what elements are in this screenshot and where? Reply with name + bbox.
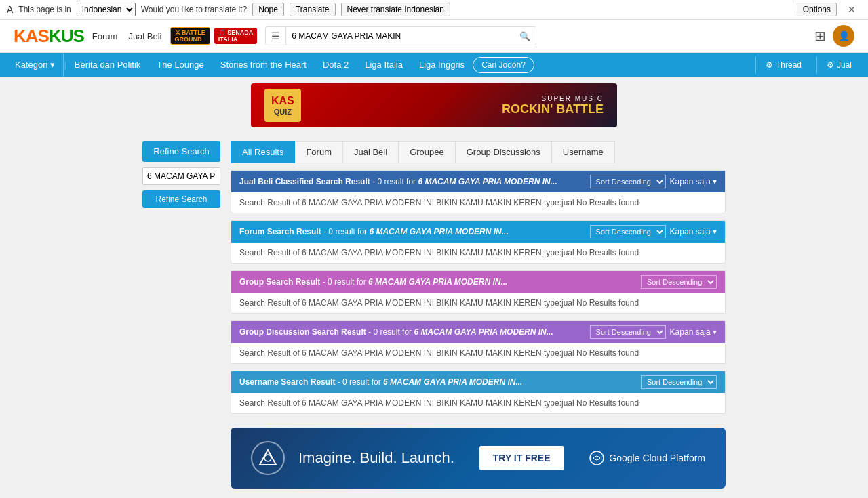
group-sort-controls: Sort Descending — [641, 275, 717, 289]
navbar-right: ⚙ Thread ⚙ Jual — [755, 56, 861, 74]
close-translate-button[interactable]: ✕ — [842, 3, 861, 16]
jual-beli-result: Jual Beli Classified Search Result - 0 r… — [231, 170, 726, 213]
tab-groupee[interactable]: Groupee — [399, 141, 456, 163]
username-result: Username Search Result - 0 result for 6 … — [231, 371, 726, 414]
kategori-label: Kategori — [15, 60, 47, 70]
jual-label: Jual — [837, 60, 852, 70]
group-discussion-sort-controls: Sort Descending Kapan saja ▾ — [590, 325, 717, 339]
banner-area: KAS QUIZ SUPER MUSIC ROCKIN' BATTLE — [0, 77, 868, 134]
username-result-body: Search Result of 6 MACAM GAYA PRIA MODER… — [231, 393, 725, 413]
refine-submit-button[interactable]: Refine Search — [142, 190, 220, 208]
main-container: Refine Search Refine Search All Results … — [132, 134, 736, 498]
username-header-text: Username Search Result - 0 result for 6 … — [239, 377, 522, 387]
header-right: ⊞ 👤 — [814, 25, 854, 47]
svg-point-2 — [590, 451, 604, 465]
content-layout: Refine Search Refine Search All Results … — [142, 141, 726, 498]
translate-question: Would you like to translate it? — [141, 5, 248, 14]
translate-bar: A This page is in Indonesian Would you l… — [0, 0, 868, 20]
tab-all-results[interactable]: All Results — [231, 141, 295, 163]
kategori-menu[interactable]: Kategori ▾ — [7, 53, 64, 77]
group-discussion-result: Group Discussion Search Result - 0 resul… — [231, 320, 726, 364]
group-sort-dropdown[interactable]: Sort Descending — [641, 275, 717, 289]
language-select[interactable]: Indonesian — [77, 3, 136, 16]
jual-beli-sort-controls: Sort Descending Kapan saja ▾ — [590, 175, 717, 188]
stories-link[interactable]: Stories from the Heart — [212, 53, 315, 77]
jual-beli-link[interactable]: Jual Beli — [128, 31, 161, 41]
google-cloud-logo: Google Cloud Platform — [589, 450, 705, 466]
search-input[interactable] — [286, 28, 514, 44]
svg-marker-0 — [260, 450, 276, 465]
jual-beli-header-text: Jual Beli Classified Search Result - 0 r… — [239, 177, 557, 186]
results-area: All Results Forum Jual Beli Groupee Grou… — [231, 141, 726, 498]
group-discussion-kapan-dropdown[interactable]: Kapan saja ▾ — [670, 327, 717, 337]
google-cloud-text: Google Cloud Platform — [609, 453, 705, 463]
forum-result: Forum Search Result - 0 result for 6 MAC… — [231, 220, 726, 264]
never-translate-button[interactable]: Never translate Indonesian — [341, 3, 450, 16]
battle-badge[interactable]: ⚔ BATTLEGROUND — [170, 27, 210, 45]
results-tabs: All Results Forum Jual Beli Groupee Grou… — [231, 141, 726, 163]
kaskus-logo[interactable]: KASKUS — [14, 26, 84, 47]
jual-beli-kapan-dropdown[interactable]: Kapan saja ▾ — [670, 177, 717, 186]
forum-link[interactable]: Forum — [92, 31, 118, 41]
search-icon[interactable]: 🔍 — [514, 28, 536, 45]
gear-icon: ⚙ — [766, 60, 773, 70]
username-sort-controls: Sort Descending — [641, 375, 717, 389]
options-button[interactable]: Options — [797, 3, 837, 16]
group-discussion-header-text: Group Discussion Search Result - 0 resul… — [239, 327, 553, 337]
try-free-button[interactable]: TRY IT FREE — [479, 446, 564, 470]
group-discussion-sort-dropdown[interactable]: Sort Descending — [590, 325, 666, 339]
super-music-text: SUPER MUSIC — [542, 95, 604, 102]
tab-username[interactable]: Username — [552, 141, 615, 163]
kas-quiz-badge: KAS QUIZ — [264, 89, 301, 121]
jual-beli-result-header: Jual Beli Classified Search Result - 0 r… — [231, 171, 725, 192]
sidebar-search-input[interactable] — [142, 167, 220, 185]
username-sort-dropdown[interactable]: Sort Descending — [641, 375, 717, 389]
refine-search-header-button[interactable]: Refine Search — [142, 141, 220, 162]
banner-right: SUPER MUSIC ROCKIN' BATTLE — [502, 95, 604, 117]
grid-view-icon[interactable]: ⊞ — [814, 28, 826, 44]
thread-label: Thread — [776, 60, 802, 70]
dota2-link[interactable]: Dota 2 — [315, 53, 357, 77]
svg-point-1 — [264, 455, 271, 461]
tab-forum[interactable]: Forum — [295, 141, 343, 163]
username-result-header: Username Search Result - 0 result for 6 … — [231, 371, 725, 393]
senada-badge[interactable]: 🎵 SENADAITALIA — [214, 28, 258, 44]
chevron-down-icon: ▾ — [50, 60, 55, 70]
jual-button[interactable]: ⚙ Jual — [816, 56, 861, 74]
group-result-body: Search Result of 6 MACAM GAYA PRIA MODER… — [231, 293, 725, 313]
nope-button[interactable]: Nope — [252, 3, 284, 16]
group-result: Group Search Result - 0 result for 6 MAC… — [231, 270, 726, 314]
berita-link[interactable]: Berita dan Politik — [66, 53, 149, 77]
search-bar: ☰ 🔍 — [265, 26, 536, 45]
group-discussion-result-body: Search Result of 6 MACAM GAYA PRIA MODER… — [231, 343, 725, 363]
thread-button[interactable]: ⚙ Thread — [755, 56, 811, 74]
forum-sort-dropdown[interactable]: Sort Descending — [590, 225, 666, 238]
navbar: Kategori ▾ | Berita dan Politik The Loun… — [0, 53, 868, 77]
header-nav: Forum Jual Beli — [92, 31, 162, 41]
ad-left: Imagine. Build. Launch. — [251, 441, 454, 475]
forum-sort-controls: Sort Descending Kapan saja ▾ — [590, 225, 717, 238]
group-result-header: Group Search Result - 0 result for 6 MAC… — [231, 271, 725, 293]
jual-icon: ⚙ — [827, 60, 834, 70]
forum-result-header: Forum Search Result - 0 result for 6 MAC… — [231, 221, 725, 243]
ad-tagline: Imagine. Build. Launch. — [298, 449, 454, 467]
avatar-icon[interactable]: 👤 — [833, 25, 854, 47]
navbar-items: Kategori ▾ | Berita dan Politik The Loun… — [7, 53, 755, 77]
ad-logo-icon — [251, 441, 285, 475]
forum-result-body: Search Result of 6 MACAM GAYA PRIA MODER… — [231, 243, 725, 263]
liga-italia-link[interactable]: Liga Italia — [357, 53, 411, 77]
tab-jual-beli[interactable]: Jual Beli — [343, 141, 399, 163]
group-discussion-result-header: Group Discussion Search Result - 0 resul… — [231, 321, 725, 343]
sidebar: Refine Search Refine Search — [142, 141, 220, 498]
translate-button[interactable]: Translate — [290, 3, 336, 16]
liga-inggris-link[interactable]: Liga Inggris — [411, 53, 473, 77]
cari-jodoh-button[interactable]: Cari Jodoh? — [473, 57, 534, 73]
ad-banner[interactable]: Imagine. Build. Launch. TRY IT FREE Goog… — [231, 428, 726, 489]
banner-image[interactable]: KAS QUIZ SUPER MUSIC ROCKIN' BATTLE — [251, 83, 617, 127]
forum-kapan-dropdown[interactable]: Kapan saja ▾ — [670, 227, 717, 236]
jual-beli-sort-dropdown[interactable]: Sort Descending — [590, 175, 666, 188]
tab-group-discussions[interactable]: Group Discussions — [456, 141, 552, 163]
hamburger-icon[interactable]: ☰ — [266, 27, 286, 45]
lounge-link[interactable]: The Lounge — [149, 53, 212, 77]
rockin-battle-text: ROCKIN' BATTLE — [502, 102, 604, 117]
